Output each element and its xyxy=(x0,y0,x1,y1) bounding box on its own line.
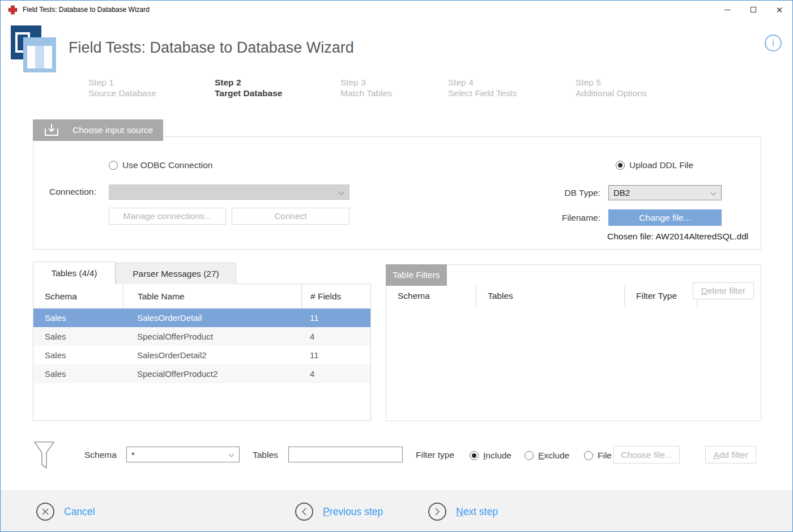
input-source-panel: Choose input source Use ODBC Connection … xyxy=(33,136,761,250)
connection-label: Connection: xyxy=(49,187,96,197)
tables-header-row: Schema Table Name # Fields xyxy=(33,284,370,308)
cancel-button[interactable]: Cancel xyxy=(36,503,95,521)
tab-tables[interactable]: Tables (4/4) xyxy=(33,261,116,284)
table-row[interactable]: Sales SpecialOfferProduct2 4 xyxy=(33,364,370,383)
chevron-down-icon xyxy=(339,190,344,195)
odbc-connection-radio[interactable]: Use ODBC Connection xyxy=(109,160,212,170)
tables-panel: Schema Table Name # Fields Sales SalesOr… xyxy=(33,284,371,421)
radio-checked-icon xyxy=(616,161,625,170)
chosen-file-text: Chosen file: AW2014AlteredSQL.ddl xyxy=(607,231,748,242)
input-source-panel-header: Choose input source xyxy=(33,119,163,141)
manage-connections-button[interactable]: Manage connections... xyxy=(109,208,226,225)
funnel-icon xyxy=(33,441,55,470)
table-filters-panel: Table Filters Schema Tables Filter Type … xyxy=(386,264,761,421)
filter-type-label: Filter type xyxy=(416,450,454,460)
schema-filter-select[interactable]: * xyxy=(126,447,240,462)
step-indicator: Step 1 Source Database Step 2 Target Dat… xyxy=(1,77,792,103)
table-filters-header: Table Filters xyxy=(386,264,447,286)
exclude-radio[interactable]: Exclude xyxy=(525,451,569,461)
col-fields: # Fields xyxy=(301,284,370,308)
page-title: Field Tests: Database to Database Wizard xyxy=(69,39,354,57)
step-4: Step 4 Select Field Tests xyxy=(448,77,517,98)
table-row[interactable]: Sales SalesOrderDetail2 11 xyxy=(33,346,370,364)
change-file-button[interactable]: Change file... xyxy=(608,209,722,226)
app-window: Field Tests: Database to Database Wizard… xyxy=(0,0,793,532)
app-cross-icon xyxy=(8,5,18,15)
db-type-label: DB Type: xyxy=(555,188,600,198)
add-filter-button[interactable]: Add filter xyxy=(705,446,756,464)
radio-checked-icon xyxy=(470,451,479,460)
step-3: Step 3 Match Tables xyxy=(340,77,392,98)
col-table-name: Table Name xyxy=(123,284,301,308)
add-filter-bar: Schema * Tables Filter type Include Excl… xyxy=(1,436,792,476)
file-radio[interactable]: File xyxy=(584,451,612,461)
radio-icon xyxy=(525,451,534,460)
tables-filter-label: Tables xyxy=(253,450,278,460)
choose-file-button[interactable]: Choose file... xyxy=(613,446,680,464)
col-schema: Schema xyxy=(33,284,123,308)
db-type-select[interactable]: DB2 xyxy=(608,185,722,200)
previous-step-button[interactable]: Previous step xyxy=(295,503,383,521)
download-icon xyxy=(43,123,60,138)
col-filter-schema: Schema xyxy=(386,286,476,306)
titlebar: Field Tests: Database to Database Wizard… xyxy=(1,1,792,19)
window-title: Field Tests: Database to Database Wizard xyxy=(23,6,150,14)
table-row[interactable]: Sales SpecialOfferProduct 4 xyxy=(33,327,370,346)
filename-label: Filename: xyxy=(555,213,600,223)
step-1: Step 1 Source Database xyxy=(88,77,156,98)
radio-icon xyxy=(109,161,118,170)
chevron-down-icon xyxy=(711,190,717,196)
footer: Cancel Previous step Next step xyxy=(1,491,792,532)
chevron-down-icon xyxy=(229,452,235,457)
app-logo xyxy=(11,25,56,72)
chevron-left-icon xyxy=(295,503,313,521)
schema-filter-label: Schema xyxy=(84,450,117,460)
close-icon[interactable]: ✕ xyxy=(766,1,792,19)
connect-button[interactable]: Connect xyxy=(232,208,349,225)
delete-filter-button[interactable]: Delete filter xyxy=(693,282,754,299)
col-filter-tables: Tables xyxy=(476,286,624,306)
step-5: Step 5 Additional Options xyxy=(575,77,647,98)
minimize-icon[interactable] xyxy=(714,1,740,19)
col-filter-type: Filter Type xyxy=(624,286,697,306)
next-step-button[interactable]: Next step xyxy=(428,503,498,521)
cancel-x-icon xyxy=(36,503,54,521)
info-icon[interactable]: i xyxy=(765,35,782,52)
radio-icon xyxy=(584,451,593,460)
maximize-icon[interactable] xyxy=(740,1,766,19)
tables-filter-input[interactable] xyxy=(288,447,403,462)
connection-select[interactable] xyxy=(109,185,349,200)
include-radio[interactable]: Include xyxy=(470,451,511,461)
chevron-right-icon xyxy=(428,503,446,521)
step-2-current: Step 2 Target Database xyxy=(215,77,282,98)
upload-ddl-radio[interactable]: Upload DDL File xyxy=(616,160,693,170)
tab-parser-messages[interactable]: Parser Messages (27) xyxy=(116,263,236,284)
table-row[interactable]: Sales SalesOrderDetail 11 xyxy=(33,308,370,327)
